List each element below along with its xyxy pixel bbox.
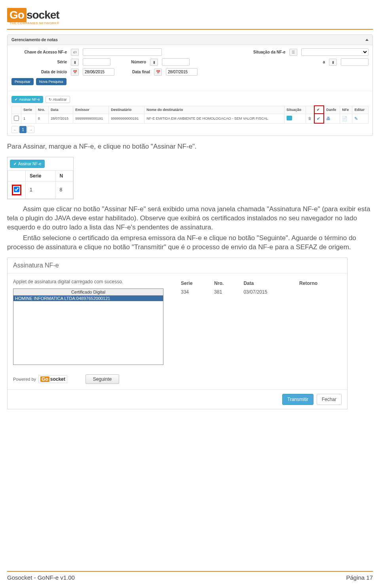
dlg-col-data: Data: [240, 279, 296, 288]
numero-to-input[interactable]: [341, 58, 369, 66]
col-editar[interactable]: Editar: [352, 106, 369, 114]
label-serie: Série: [11, 60, 67, 64]
transmitir-button[interactable]: Transmitir: [282, 394, 314, 405]
atualizar-button[interactable]: Atualizar: [46, 96, 70, 103]
pager-next[interactable]: →: [27, 126, 34, 133]
paragraph-assinar-instruction: Para Assinar, marque a NF-e, e clique no…: [7, 142, 373, 151]
dlg-row: 334 381 03/07/2015: [178, 288, 342, 296]
check-icon: ✔: [15, 97, 18, 101]
check-icon: ✔: [13, 162, 17, 166]
dlg-col-nro: Nro.: [211, 279, 240, 288]
cert-item-selected[interactable]: HOMINE INFORMATICA LTDA:04897652000121: [13, 296, 163, 301]
logo-socket: socket: [27, 9, 59, 21]
cell-serie: 1: [21, 114, 36, 123]
mini-checkbox[interactable]: [14, 187, 19, 192]
bar-icon-3: ▮: [329, 59, 337, 66]
table-row[interactable]: 1 8 28/07/2015 99999999000191 9999999900…: [12, 114, 369, 123]
dlg-cell-serie: 334: [178, 288, 211, 296]
tag-icon: 🏷: [71, 49, 79, 56]
mini-row: 1 8: [8, 181, 73, 199]
footer-left: Gosocket - GoNF-e v1.00: [7, 574, 75, 581]
cell-nome: NF-E EMITIDA EM AMBIENTE DE HOMOLOGACAO …: [144, 114, 285, 123]
calendar-icon-2[interactable]: 📅: [154, 69, 162, 76]
powered-by-label: Powered by: [13, 377, 36, 382]
nova-pesquisa-button[interactable]: Nova Pesquisa: [36, 78, 66, 85]
col-emissor[interactable]: Emissor: [73, 106, 109, 114]
mini-logo-go: Go: [40, 376, 49, 382]
col-nfe[interactable]: NFe: [340, 106, 352, 114]
panel-header[interactable]: Gerenciamento de notas: [8, 35, 372, 45]
header-divider: [7, 29, 373, 30]
calendar-icon[interactable]: 📅: [71, 69, 79, 76]
col-data[interactable]: Data: [48, 106, 73, 114]
col-serie[interactable]: Serie: [21, 106, 36, 114]
dlg-col-serie: Serie: [178, 279, 211, 288]
fechar-button[interactable]: Fechar: [317, 394, 342, 405]
applet-status: Applet de assinatura digital carregado c…: [13, 279, 171, 284]
cell-dest: 99999999000191: [109, 114, 144, 123]
mini-n: 8: [55, 181, 73, 199]
cell-data: 28/07/2015: [48, 114, 73, 123]
pesquisar-button[interactable]: Pesquisar: [11, 78, 34, 85]
mini-checkbox-highlight: [12, 185, 21, 195]
mini-col-serie: Serie: [26, 170, 56, 181]
col-danfe[interactable]: Danfe: [324, 106, 340, 114]
page-footer: Gosocket - GoNF-e v1.00 Página 17: [7, 571, 373, 581]
certificate-list[interactable]: Certificado Digital HOMINE INFORMATICA L…: [13, 288, 163, 365]
label-data-final: Data final: [118, 70, 150, 74]
label-data-inicio: Data de início: [11, 70, 67, 74]
data-inicio-input[interactable]: [83, 68, 114, 76]
dialog-title: Assinatura NF-e: [8, 258, 347, 273]
logo-go: Go: [7, 8, 27, 22]
pending-nfe-table: Serie Nro. Data Retorno 334 381 03/07/20…: [178, 279, 342, 296]
danfe-icon[interactable]: 🖶: [326, 116, 331, 121]
col-check[interactable]: ✔: [314, 106, 324, 114]
mini-serie: 1: [26, 181, 56, 199]
cert-list-header: Certificado Digital: [13, 289, 163, 296]
pager-prev[interactable]: ←: [11, 126, 19, 133]
cell-nro: 8: [36, 114, 48, 123]
data-final-input[interactable]: [166, 68, 198, 76]
assinatura-dialog: Assinatura NF-e Applet de assinatura dig…: [7, 258, 348, 409]
mini-logo-socket: socket: [50, 376, 65, 382]
assinar-mini-shot: ✔Assinar NF-e Serie N 1 8: [7, 157, 74, 199]
dlg-col-retorno: Retorno: [296, 279, 342, 288]
dlg-cell-nro: 381: [211, 288, 240, 296]
row-checkbox[interactable]: [14, 116, 19, 121]
situacao-select[interactable]: [301, 48, 369, 56]
nfe-file-icon[interactable]: 📄: [342, 116, 348, 121]
status-icon: [287, 116, 292, 120]
label-a: a: [281, 60, 325, 64]
edit-icon[interactable]: ✎: [354, 116, 358, 121]
cell-emissor: 99999999000191: [73, 114, 109, 123]
chave-input[interactable]: [83, 48, 162, 56]
delete-icon[interactable]: 🗑: [308, 116, 312, 120]
footer-right: Página 17: [346, 574, 373, 581]
grid-header-row: Serie Nro. Data Emissor Destinatário Nom…: [12, 106, 369, 114]
col-nro[interactable]: Nro.: [36, 106, 48, 114]
panel-title: Gerenciamento de notas: [11, 38, 58, 42]
seguinte-button[interactable]: Seguinte: [86, 374, 119, 384]
pager: ← 1 →: [11, 126, 369, 133]
label-numero: Número: [114, 60, 146, 64]
dlg-cell-retorno: [296, 288, 342, 296]
collapse-icon[interactable]: [365, 39, 369, 41]
paragraph-seguinte: Então selecione o certificado da empresa…: [7, 234, 373, 252]
dlg-cell-data: 03/07/2015: [240, 288, 296, 296]
list-icon: ☰: [289, 49, 297, 56]
sign-icon[interactable]: ✔: [317, 116, 320, 121]
label-chave: Chave de Acesso NF-e: [11, 50, 67, 54]
footer-divider: [7, 571, 373, 572]
pager-page-1[interactable]: 1: [19, 126, 27, 133]
bar-icon-2: ▮: [150, 59, 158, 66]
numero-from-input[interactable]: [162, 58, 190, 66]
col-situacao[interactable]: Situação: [284, 106, 306, 114]
assinar-nfe-button[interactable]: ✔Assinar NF-e: [11, 96, 43, 103]
col-destinatario[interactable]: Destinatário: [109, 106, 144, 114]
mini-assinar-button[interactable]: ✔Assinar NF-e: [10, 160, 45, 168]
mini-col-n: N: [55, 170, 73, 181]
paragraph-java-plugin: Assim que clicar no botão "Assinar NF-e"…: [7, 205, 373, 232]
col-nome-dest[interactable]: Nome do destinatário: [144, 106, 285, 114]
label-situacao: Situação da NF-e: [242, 50, 285, 54]
serie-input[interactable]: [83, 58, 110, 66]
